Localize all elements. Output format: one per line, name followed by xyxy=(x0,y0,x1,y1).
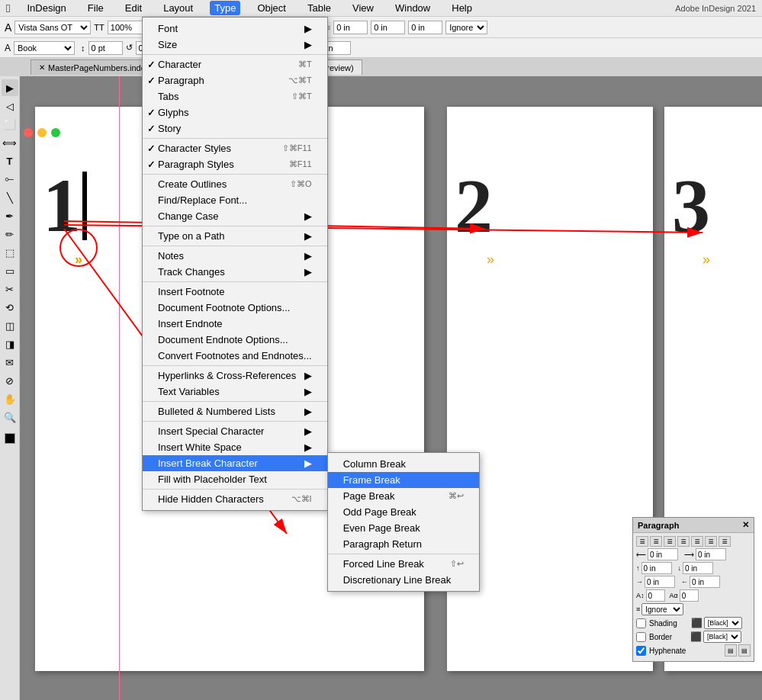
menu-insert-footnote[interactable]: Insert Footnote xyxy=(143,284,327,300)
menu-notes[interactable]: Notes ▶ xyxy=(143,248,327,264)
rect-tool[interactable]: ▭ xyxy=(2,262,18,279)
ignore-selector[interactable]: Ignore xyxy=(641,603,683,615)
menu-doc-footnote-opts[interactable]: Document Footnote Options... xyxy=(143,300,327,316)
menu-window[interactable]: Window xyxy=(391,1,435,15)
submenu-even-page-break[interactable]: Even Page Break xyxy=(328,520,479,536)
menu-create-outlines[interactable]: Create Outlines ⇧⌘O xyxy=(143,176,327,192)
menu-indesign[interactable]: InDesign xyxy=(22,1,70,15)
submenu-frame-break[interactable]: Frame Break xyxy=(328,472,479,488)
hand-tool[interactable]: ✋ xyxy=(2,390,18,407)
menu-insert-white-space[interactable]: Insert White Space ▶ xyxy=(143,439,327,455)
menu-glyphs[interactable]: ✓ Glyphs xyxy=(143,104,327,120)
align-away-spine[interactable]: ≡ xyxy=(705,536,717,547)
tab-close-master[interactable]: ✕ xyxy=(39,63,45,72)
hyphenate-checkbox[interactable] xyxy=(636,646,646,656)
menu-doc-endnote-opts[interactable]: Document Endnote Options... xyxy=(143,332,327,348)
minimize-button[interactable] xyxy=(37,128,47,137)
menu-edit[interactable]: Edit xyxy=(121,1,146,15)
menu-text-variables[interactable]: Text Variables ▶ xyxy=(143,384,327,400)
border-color[interactable]: [Black] xyxy=(703,631,741,643)
direct-select-tool[interactable]: ◁ xyxy=(2,98,18,114)
maximize-button[interactable] xyxy=(51,128,60,137)
apple-logo[interactable]:  xyxy=(6,2,10,14)
line-tool[interactable]: ╲ xyxy=(2,189,18,206)
zoom-tool[interactable]: 🔍 xyxy=(2,409,18,425)
menu-character[interactable]: ✓ Character ⌘T xyxy=(143,56,327,72)
menu-change-case[interactable]: Change Case ▶ xyxy=(143,208,327,224)
menu-font[interactable]: Font ▶ xyxy=(143,21,327,37)
menu-story[interactable]: ✓ Story xyxy=(143,120,327,136)
submenu-discretionary-line-break[interactable]: Discretionary Line Break xyxy=(328,572,479,588)
last-line-input[interactable] xyxy=(690,576,720,588)
gradient-feather-tool[interactable]: ◨ xyxy=(2,336,18,352)
menu-track-changes[interactable]: Track Changes ▶ xyxy=(143,264,327,280)
eyedropper-tool[interactable]: ⊘ xyxy=(2,372,18,389)
menu-file[interactable]: File xyxy=(83,1,108,15)
menu-hide-hidden-chars[interactable]: Hide Hidden Characters ⌥⌘I xyxy=(143,491,327,507)
indent-left-input[interactable] xyxy=(648,548,678,560)
fill-color[interactable] xyxy=(2,430,18,447)
font-selector[interactable]: Vista Sans OT xyxy=(14,21,91,34)
align-right[interactable]: ≡ xyxy=(664,536,676,547)
menu-insert-break-char[interactable]: Insert Break Character ▶ Column Break Fr… xyxy=(143,455,327,471)
menu-type-on-path[interactable]: Type on a Path ▶ xyxy=(143,228,327,244)
submenu-page-break[interactable]: Page Break ⌘↩ xyxy=(328,488,479,504)
submenu-odd-page-break[interactable]: Odd Page Break xyxy=(328,504,479,520)
x-pos-input[interactable] xyxy=(333,21,368,34)
space-after-input[interactable] xyxy=(683,562,713,574)
dropcap-chars-input[interactable] xyxy=(680,589,699,602)
free-transform-tool[interactable]: ⟲ xyxy=(2,299,18,316)
menu-insert-special-char[interactable]: Insert Special Character ▶ xyxy=(143,423,327,439)
menu-table[interactable]: Table xyxy=(303,1,336,15)
align-justify[interactable]: ≡ xyxy=(677,536,690,547)
menu-layout[interactable]: Layout xyxy=(159,1,198,15)
align-center[interactable]: ≡ xyxy=(650,536,662,547)
menu-paragraph[interactable]: ✓ Paragraph ⌥⌘T xyxy=(143,72,327,88)
border-checkbox[interactable] xyxy=(636,632,646,642)
menu-type[interactable]: Type xyxy=(210,1,240,15)
menu-tabs[interactable]: Tabs ⇧⌘T xyxy=(143,88,327,104)
menu-paragraph-styles[interactable]: ✓ Paragraph Styles ⌘F11 xyxy=(143,156,327,172)
close-button[interactable] xyxy=(24,128,33,137)
align-left[interactable]: ≡ xyxy=(636,536,648,547)
paragraph-panel-close[interactable]: ✕ xyxy=(742,520,749,530)
leading-input[interactable] xyxy=(88,41,123,55)
align-justify-all[interactable]: ≡ xyxy=(691,536,703,547)
menu-help[interactable]: Help xyxy=(447,1,477,15)
type-path-tool[interactable]: ⟜ xyxy=(2,171,18,188)
menu-character-styles[interactable]: ✓ Character Styles ⇧⌘F11 xyxy=(143,140,327,156)
note-tool[interactable]: ✉ xyxy=(2,354,18,371)
submenu-forced-line-break[interactable]: Forced Line Break ⇧↩ xyxy=(328,556,479,572)
menu-find-replace-font[interactable]: Find/Replace Font... xyxy=(143,192,327,208)
shading-checkbox[interactable] xyxy=(636,618,646,628)
hyphenate-btn1[interactable]: ▤ xyxy=(725,644,737,657)
menu-size[interactable]: Size ▶ xyxy=(143,37,327,53)
menu-fill-placeholder[interactable]: Fill with Placeholder Text xyxy=(143,471,327,487)
shading-color[interactable]: [Black] xyxy=(704,617,742,629)
submenu-paragraph-return[interactable]: Paragraph Return xyxy=(328,536,479,552)
pen-tool[interactable]: ✒ xyxy=(2,207,18,224)
hyphenate-btn2[interactable]: ▤ xyxy=(738,644,751,657)
menu-object[interactable]: Object xyxy=(252,1,291,15)
style-selector[interactable]: Book xyxy=(14,41,75,55)
pencil-tool[interactable]: ✏ xyxy=(2,226,18,242)
gap-tool[interactable]: ⟺ xyxy=(2,134,18,151)
menu-view[interactable]: View xyxy=(348,1,378,15)
first-line-input[interactable] xyxy=(645,576,675,588)
y-pos-input[interactable] xyxy=(371,21,405,34)
menu-insert-endnote[interactable]: Insert Endnote xyxy=(143,316,327,332)
scissors-tool[interactable]: ✂ xyxy=(2,281,18,297)
rect-frame-tool[interactable]: ⬚ xyxy=(2,244,18,261)
gradient-tool[interactable]: ◫ xyxy=(2,317,18,334)
page-tool[interactable]: ⬜ xyxy=(2,116,18,133)
menu-convert-footnotes[interactable]: Convert Footnotes and Endnotes... xyxy=(143,348,327,364)
menu-bulleted-lists[interactable]: Bulleted & Numbered Lists ▶ xyxy=(143,403,327,419)
w-input[interactable] xyxy=(408,21,442,34)
indent-right-input[interactable] xyxy=(696,548,726,560)
select-tool[interactable]: ▶ xyxy=(2,79,18,96)
submenu-column-break[interactable]: Column Break xyxy=(328,456,479,472)
ignore-selector[interactable]: Ignore xyxy=(445,21,487,34)
menu-hyperlinks[interactable]: Hyperlinks & Cross-References ▶ xyxy=(143,368,327,384)
align-toward-spine[interactable]: ≡ xyxy=(719,536,731,547)
type-tool[interactable]: T xyxy=(2,153,18,169)
